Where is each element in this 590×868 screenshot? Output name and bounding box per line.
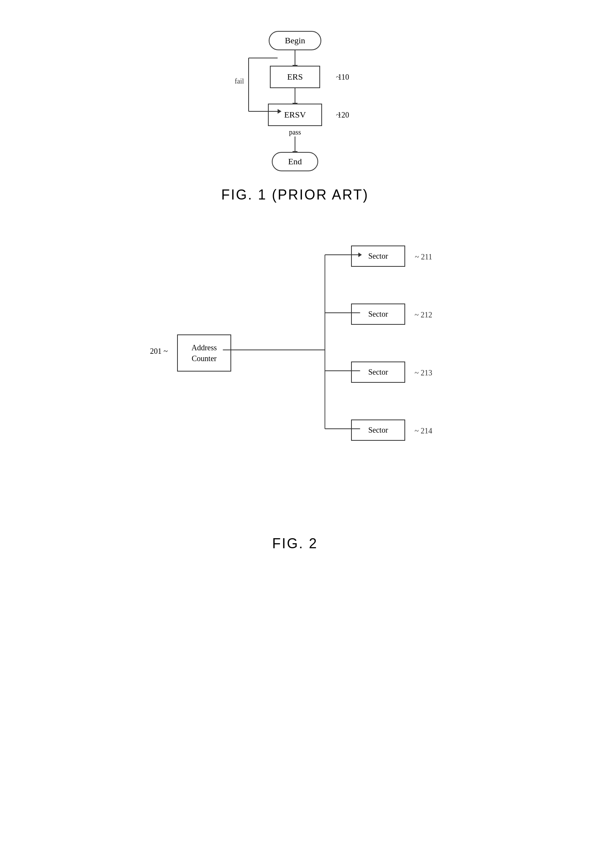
- begin-node: Begin: [269, 31, 322, 50]
- ers-label: ERS: [287, 72, 303, 82]
- sector-214-label: Sector: [368, 426, 388, 434]
- sector-212-label: Sector: [368, 310, 388, 318]
- pass-label: pass: [289, 128, 301, 136]
- ref-211: ~ 211: [415, 252, 432, 261]
- ref-212: ~ 212: [414, 310, 432, 319]
- ref-110-tilde: ~: [336, 72, 341, 82]
- begin-label: Begin: [269, 31, 322, 50]
- ersv-label: ERSV: [284, 110, 306, 119]
- ers-row: ERS 110 ~: [218, 66, 372, 88]
- end-node: End: [272, 152, 318, 171]
- ersv-node: ERSV: [268, 104, 322, 126]
- arrow-ersv-end: [295, 136, 295, 152]
- fig1-diagram: Begin ERS 110 ~ ERSV 120 ~: [138, 23, 452, 171]
- sector-212-block: Sector: [351, 304, 405, 325]
- fig1-label: FIG. 1 (PRIOR ART): [138, 187, 452, 203]
- sector-211-label: Sector: [368, 252, 388, 260]
- ers-node: ERS: [270, 66, 320, 88]
- sector-214-block: Sector: [351, 420, 405, 441]
- sector-213-label: Sector: [368, 368, 388, 376]
- ref-213: ~ 213: [414, 368, 432, 377]
- ersv-row: ERSV 120 ~: [218, 104, 372, 126]
- fig2-label: FIG. 2: [138, 535, 452, 552]
- arrow-begin-ers: [295, 50, 295, 66]
- arrow-ers-ersv: [295, 88, 295, 104]
- ref-120-tilde: ~: [336, 110, 341, 120]
- sector-211-block: Sector: [351, 246, 405, 267]
- ref-201: 201 ~: [150, 347, 168, 356]
- pass-arrow-section: pass: [289, 126, 301, 152]
- fig2-diagram: 201 ~ AddressCounter Sector ~ 211 Sector…: [138, 222, 452, 524]
- sector-213-block: Sector: [351, 362, 405, 383]
- end-label: End: [272, 152, 318, 171]
- address-counter-block: AddressCounter: [177, 334, 231, 372]
- address-counter-label: AddressCounter: [191, 343, 217, 363]
- ref-214: ~ 214: [414, 426, 432, 435]
